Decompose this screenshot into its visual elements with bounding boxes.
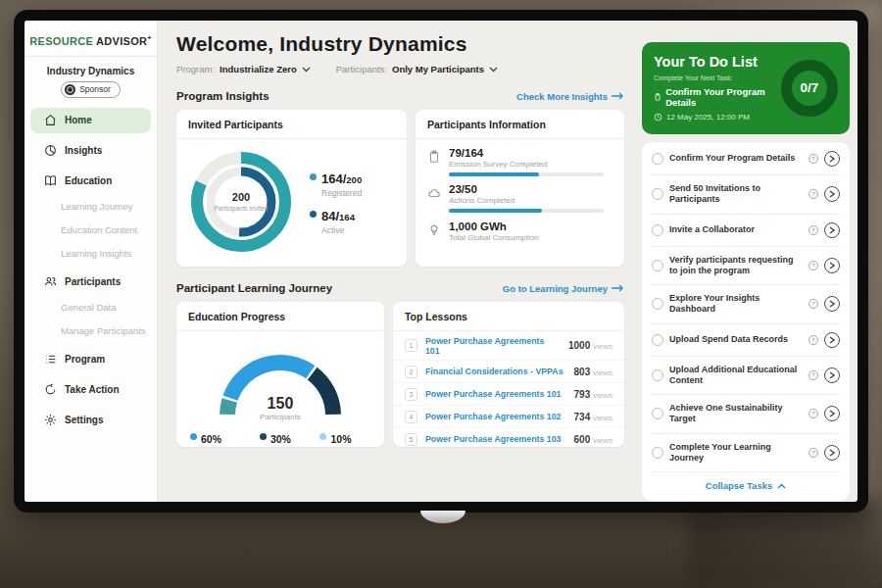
info-icon[interactable]: ? (808, 225, 818, 235)
info-icon[interactable]: ? (808, 448, 818, 458)
donut-center-value: 200 (232, 191, 250, 203)
lesson-row: 2 Financial Considerations - VPPAs 803 v… (393, 361, 624, 383)
progress-fill (449, 209, 542, 213)
lesson-link[interactable]: Power Purchase Agreements 101 (425, 389, 566, 399)
chevron-right-icon (829, 155, 835, 163)
todo-item[interactable]: Achieve One Sustainability Target? (652, 395, 840, 434)
sidebar-item-general-data[interactable]: General Data (24, 297, 157, 318)
program-filter-dropdown[interactable]: Program: Industrialize Zero (176, 64, 311, 74)
info-icon[interactable]: ? (808, 409, 818, 418)
logo-part-advisor: ADVISOR (96, 35, 147, 47)
info-icon[interactable]: ? (808, 299, 818, 309)
chevron-right-button[interactable] (824, 332, 840, 348)
todo-item[interactable]: Upload Additional Educational Content? (652, 357, 840, 396)
go-to-learning-journey-link[interactable]: Go to Learning Journey (503, 283, 624, 294)
lesson-link[interactable]: Financial Considerations - VPPAs (425, 367, 566, 376)
chevron-right-icon (829, 449, 835, 457)
sidebar-item-home[interactable]: Home (30, 108, 151, 133)
insights-cards-row: Invited Participants 200 Participants In… (176, 110, 624, 267)
info-icon[interactable]: ? (808, 261, 818, 270)
cloud-icon (427, 186, 441, 200)
chevron-right-button[interactable] (824, 222, 840, 238)
collapse-tasks-link[interactable]: Collapse Tasks (652, 472, 840, 500)
info-icon[interactable]: ? (808, 154, 818, 164)
sidebar-item-participants[interactable]: Participants (30, 270, 151, 295)
chevron-right-button[interactable] (824, 368, 840, 383)
sidebar-subitem-label: Manage Participants (61, 325, 146, 336)
sidebar-item-manage-participants[interactable]: Manage Participants (24, 320, 157, 342)
todo-item[interactable]: Confirm Your Program Details? (652, 143, 840, 175)
chevron-right-button[interactable] (824, 445, 840, 461)
chevron-right-button[interactable] (824, 296, 840, 312)
sidebar-item-program[interactable]: Program (30, 347, 151, 372)
emission-survey-stat: 79/164 Emission Survey Completed (416, 139, 624, 176)
learning-journey-header: Participant Learning Journey Go to Learn… (176, 282, 624, 294)
checkbox-circle[interactable] (652, 260, 663, 271)
todo-item[interactable]: Invite a Collaborator? (652, 215, 840, 247)
lesson-link[interactable]: Power Purchase Agreements 102 (425, 412, 566, 421)
lesson-row: 1 Power Purchase Agreements 101 1000 vie… (393, 331, 624, 361)
sidebar-item-label: Settings (65, 415, 103, 425)
sidebar-item-settings[interactable]: Settings (30, 408, 151, 433)
legend-not-started: 10% Not Started (319, 429, 369, 447)
checkbox-circle[interactable] (652, 334, 663, 346)
pending-pct: 30% (270, 433, 291, 445)
chevron-right-icon (829, 226, 835, 234)
info-icon[interactable]: ? (808, 370, 818, 380)
legend-completed: 60% Completed (190, 429, 239, 447)
lesson-row: 3 Power Purchase Agreements 101 793 view… (393, 383, 624, 406)
info-icon[interactable]: ? (808, 335, 818, 345)
check-more-insights-link[interactable]: Check More Insights (516, 91, 624, 102)
gauge-center-value: 150 (207, 395, 354, 413)
lesson-link[interactable]: Power Purchase Agreements 101 (425, 336, 561, 356)
active-value: 84/ (321, 209, 339, 223)
participants-filter-dropdown[interactable]: Participants: Only My Participants (336, 64, 498, 74)
active-label: Active (321, 225, 355, 235)
chevron-right-button[interactable] (824, 186, 840, 202)
todo-list-card: Confirm Your Program Details?Send 50 Inv… (642, 142, 850, 501)
todo-item[interactable]: Explore Your Insights Dashboard? (652, 285, 840, 324)
todo-item[interactable]: Upload Spend Data Records? (652, 324, 840, 357)
todo-item[interactable]: Send 50 Invitations to Participants? (652, 175, 840, 215)
legend-active: 84/164 Active (310, 207, 362, 235)
insights-icon (44, 144, 57, 157)
dashboard-window: RESOURCE ADVISOR+ Industry Dynamics Spon… (24, 21, 858, 502)
chevron-right-icon (829, 371, 835, 379)
sidebar-item-insights[interactable]: Insights (30, 138, 151, 164)
pending-dot (260, 433, 267, 440)
lesson-views: 803 (574, 367, 591, 377)
checkbox-circle[interactable] (652, 188, 663, 200)
sidebar-item-take-action[interactable]: Take Action (30, 377, 151, 403)
card-title: Top Lessons (393, 302, 624, 331)
checkbox-circle[interactable] (652, 298, 663, 310)
chevron-right-button[interactable] (824, 258, 840, 273)
sidebar-item-education[interactable]: Education (30, 169, 151, 194)
checkbox-circle[interactable] (652, 153, 663, 165)
todo-item[interactable]: Complete Your Learning Journey? (652, 434, 840, 473)
arrow-right-icon (612, 92, 624, 100)
views-suffix: views (593, 391, 612, 400)
chevron-right-icon (829, 190, 835, 198)
sidebar-item-education-content[interactable]: Education Content (24, 220, 157, 241)
todo-item[interactable]: Verify participants requesting to join t… (652, 247, 840, 286)
checkbox-circle[interactable] (652, 224, 663, 236)
chevron-right-button[interactable] (824, 406, 840, 421)
sidebar-item-learning-journey[interactable]: Learning Journey (24, 196, 157, 218)
checkbox-circle[interactable] (652, 447, 663, 459)
checkbox-circle[interactable] (652, 408, 663, 419)
active-total: 164 (339, 212, 355, 222)
checkbox-circle[interactable] (652, 369, 663, 381)
chevron-down-icon (302, 67, 311, 73)
sidebar-item-learning-insights[interactable]: Learning Insights (24, 243, 157, 265)
todo-item-label: Complete Your Learning Journey (669, 442, 803, 465)
lesson-link[interactable]: Power Purchase Agreements 103 (425, 434, 566, 444)
completed-dot (190, 433, 197, 440)
donut-legend: 164/200 Registered 84/164 Active (310, 161, 362, 244)
sidebar-nav: Home Insights Education Learning Journey… (24, 108, 157, 433)
sponsor-badge-icon (65, 84, 75, 95)
lesson-row: 4 Power Purchase Agreements 102 734 view… (393, 406, 624, 428)
chevron-right-icon (829, 300, 835, 308)
info-icon[interactable]: ? (808, 189, 818, 199)
sidebar-item-label: Education (65, 175, 112, 186)
chevron-right-button[interactable] (824, 151, 840, 167)
